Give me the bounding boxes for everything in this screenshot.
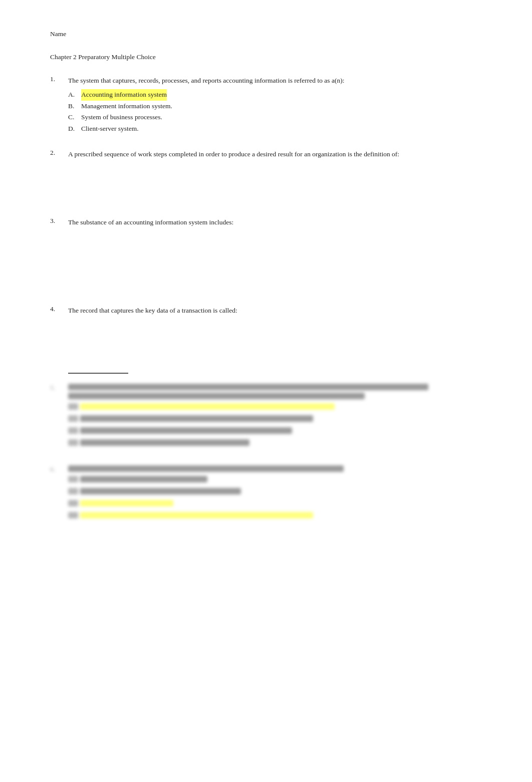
answer-text-1d: Client-server system. [81,123,139,135]
answer-text-1a: Accounting information system [81,89,167,101]
question-item-1: 1. The system that captures, records, pr… [50,75,492,135]
question-text-3: The substance of an accounting informati… [68,217,492,228]
blurred-highlight-line [80,500,173,506]
question-text-2: A prescribed sequence of work steps comp… [68,149,492,160]
blurred-question-6: 6. [50,465,492,524]
answer-text-1c: System of business processes. [81,112,162,123]
question-list: 1. The system that captures, records, pr… [50,75,492,359]
question-number-1: 1. [50,75,68,135]
blurred-line [68,512,78,518]
blurred-highlight-line [80,512,313,518]
blurred-line [68,384,428,390]
question-number-3: 3. [50,217,68,291]
blurred-line [68,403,78,410]
answer-letter-1c: C. [68,112,81,123]
answer-space-3 [68,231,492,291]
section-divider [68,373,128,374]
name-label: Name [50,30,492,38]
answer-item-1b: B. Management information system. [68,101,492,112]
answer-letter-1b: B. [68,101,81,112]
blurred-line [68,476,78,482]
question-text-1: The system that captures, records, proce… [68,75,492,86]
question-number-2: 2. [50,149,68,203]
answer-item-1d: D. Client-server system. [68,123,492,135]
question-item-4: 4. The record that captures the key data… [50,305,492,359]
answer-item-1c: C. System of business processes. [68,112,492,123]
question-body-1: The system that captures, records, proce… [68,75,492,135]
answer-space-2 [68,163,492,203]
question-item-3: 3. The substance of an accounting inform… [50,217,492,291]
blurred-question-5: 5. [50,384,492,451]
question-number-4: 4. [50,305,68,359]
question-body-2: A prescribed sequence of work steps comp… [68,149,492,203]
blurred-line [68,415,78,422]
blurred-body-6 [68,465,492,524]
blurred-line [68,427,78,434]
answer-text-1b: Management information system. [81,101,172,112]
blurred-line [80,476,207,482]
blurred-line [68,488,78,494]
answer-letter-1d: D. [68,123,81,135]
answer-list-1: A. Accounting information system B. Mana… [68,89,492,135]
question-body-4: The record that captures the key data of… [68,305,492,359]
question-body-3: The substance of an accounting informati… [68,217,492,291]
question-item-2: 2. A prescribed sequence of work steps c… [50,149,492,203]
question-text-4: The record that captures the key data of… [68,305,492,316]
blurred-number-5: 5. [50,384,68,451]
answer-letter-1a: A. [68,89,81,101]
blurred-line [68,465,344,472]
chapter-title: Chapter 2 Preparatory Multiple Choice [50,53,492,61]
blurred-questions-section: 5. [50,384,492,524]
blurred-highlight-line [80,403,335,410]
blurred-line [68,439,78,446]
blurred-body-5 [68,384,492,451]
blurred-line [80,488,241,494]
blurred-line [80,439,249,446]
blurred-line [68,393,365,399]
blurred-line [80,415,313,422]
answer-space-4 [68,319,492,359]
blurred-line [68,500,78,506]
blurred-line [80,427,292,434]
answer-item-1a: A. Accounting information system [68,89,492,101]
blurred-number-6: 6. [50,465,68,524]
